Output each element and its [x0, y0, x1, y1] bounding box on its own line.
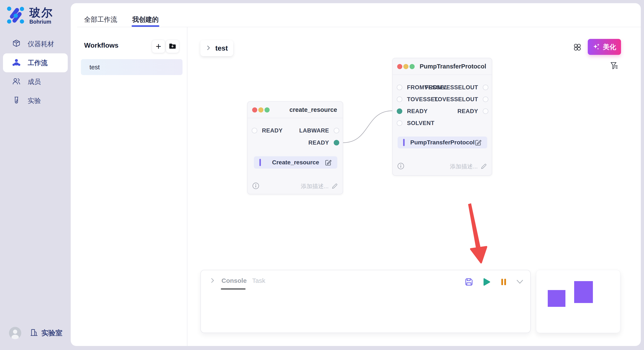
members-icon [12, 77, 21, 87]
input-port-tovessel[interactable]: TOVESSEL [397, 96, 438, 102]
minimap-node [574, 281, 593, 303]
port-label: TOVESSEL [407, 96, 438, 103]
sidebar-item-workflows[interactable]: 工作流 [3, 53, 68, 72]
port-handle[interactable] [252, 128, 257, 133]
info-icon[interactable] [397, 163, 404, 171]
output-port-ready[interactable]: READY [458, 108, 488, 114]
output-port-labware[interactable]: LABWARE [299, 128, 339, 134]
minimap[interactable] [536, 270, 620, 333]
tab-all-workflows[interactable]: 全部工作流 [84, 15, 117, 24]
play-icon[interactable] [482, 278, 491, 286]
traffic-dot-yellow [258, 107, 264, 113]
node-pump-transfer-protocol[interactable]: PumpTransferProtocol FROMVESSEL TOVESSEL… [392, 58, 492, 176]
sidebar-footer: 实验室 [9, 327, 62, 339]
console-panel: Console Task [200, 270, 531, 333]
workflows-panel-title: Workflows [84, 41, 118, 49]
tab-my-created[interactable]: 我创建的 [132, 15, 159, 24]
sidebar-item-label: 实验 [28, 96, 41, 105]
node-action-label: PumpTransferProtocol [398, 139, 487, 146]
tab-console[interactable]: Console [222, 277, 246, 284]
port-label: SOLVENT [407, 120, 434, 127]
chevron-down-icon[interactable] [515, 279, 524, 288]
building-icon [30, 328, 38, 338]
pause-icon[interactable] [500, 278, 508, 286]
chevron-right-icon [206, 45, 211, 51]
node-action-pill[interactable]: Create_resource [254, 156, 337, 169]
description-placeholder[interactable]: 添加描述... [301, 182, 328, 190]
workflow-icon [12, 58, 21, 68]
node-title: PumpTransferProtocol [420, 63, 486, 70]
workflow-breadcrumb[interactable]: test [200, 40, 233, 56]
node-title: create_resource [290, 106, 337, 113]
pencil-icon[interactable] [331, 183, 338, 190]
folder-import-icon [169, 43, 176, 50]
traffic-dot-green [264, 107, 270, 113]
output-port-tovesselout[interactable]: TOVESSELOUT [434, 96, 488, 102]
workspace-label: 实验室 [41, 328, 62, 338]
port-handle[interactable] [483, 97, 488, 102]
port-label: READY [458, 108, 478, 115]
input-port-solvent[interactable]: SOLVENT [397, 120, 434, 126]
port-handle[interactable] [397, 120, 402, 126]
add-workflow-button[interactable]: + [152, 40, 165, 53]
app-name: 玻尔 [30, 6, 53, 19]
output-port-ready[interactable]: READY [308, 140, 339, 146]
app-name-en: Bohrium [30, 19, 53, 25]
input-port-ready[interactable]: READY [252, 128, 282, 134]
port-handle[interactable] [397, 97, 402, 102]
bohrium-workflow-app: 玻尔 Bohrium 仪器耗材 [0, 0, 644, 350]
info-icon[interactable] [252, 182, 260, 190]
node-action-pill[interactable]: PumpTransferProtocol [398, 137, 487, 149]
workspace-switcher[interactable]: 实验室 [30, 328, 62, 338]
workflow-list-item-test[interactable]: test [81, 59, 182, 75]
sidebar-item-label: 工作流 [28, 58, 48, 67]
save-icon[interactable] [464, 278, 474, 286]
user-avatar[interactable] [9, 327, 21, 339]
pill-cursor-bar [260, 159, 261, 166]
port-handle[interactable] [483, 85, 488, 90]
port-handle[interactable] [334, 128, 339, 133]
panel-divider [187, 27, 188, 346]
sidebar-nav: 仪器耗材 工作流 [3, 34, 68, 110]
node-create-resource[interactable]: create_resource READY LABWARE READY Crea… [247, 101, 343, 194]
workflow-item-label: test [90, 64, 100, 71]
breadcrumb-label: test [215, 44, 228, 52]
port-handle-connected[interactable] [334, 140, 339, 146]
import-workflow-button[interactable] [166, 40, 179, 53]
port-label: LABWARE [299, 127, 329, 134]
edit-icon[interactable] [474, 139, 482, 146]
beautify-label: 美化 [603, 42, 616, 51]
traffic-dot-yellow [403, 64, 408, 69]
pill-cursor-bar [403, 139, 405, 146]
port-handle[interactable] [397, 85, 402, 90]
console-tab-underline [221, 289, 246, 289]
node-header: create_resource [248, 102, 343, 118]
edit-icon[interactable] [324, 159, 332, 166]
main-content: 全部工作流 我创建的 Workflows + test [71, 3, 641, 346]
input-port-ready[interactable]: READY [397, 108, 428, 114]
tab-task[interactable]: Task [252, 277, 265, 284]
filter-icon[interactable] [610, 62, 618, 70]
app-logo[interactable]: 玻尔 Bohrium [6, 6, 53, 25]
description-placeholder[interactable]: 添加描述... [450, 163, 478, 170]
sidebar-item-experiments[interactable]: 实验 [3, 91, 68, 110]
traffic-dot-red [397, 64, 402, 69]
pencil-icon[interactable] [480, 163, 487, 170]
port-handle[interactable] [483, 108, 488, 114]
port-handle-connected[interactable] [397, 108, 402, 114]
console-expand-icon[interactable] [209, 278, 215, 283]
sidebar-item-members[interactable]: 成员 [3, 72, 68, 91]
traffic-dot-green [410, 64, 415, 69]
package-icon [12, 39, 21, 49]
sidebar-item-instruments[interactable]: 仪器耗材 [3, 34, 68, 53]
command-palette-icon[interactable] [574, 43, 581, 51]
traffic-dot-red [252, 107, 257, 113]
port-label: TOVESSELOUT [434, 96, 478, 103]
sidebar-item-label: 成员 [28, 77, 41, 86]
port-label: READY [308, 140, 329, 146]
beautify-button[interactable]: 美化 [588, 39, 621, 55]
sidebar: 玻尔 Bohrium 仪器耗材 [0, 0, 71, 350]
port-label: FROMVESSELOUT [425, 84, 478, 91]
node-header: PumpTransferProtocol [393, 58, 492, 75]
output-port-fromvesselout[interactable]: FROMVESSELOUT [425, 84, 488, 90]
